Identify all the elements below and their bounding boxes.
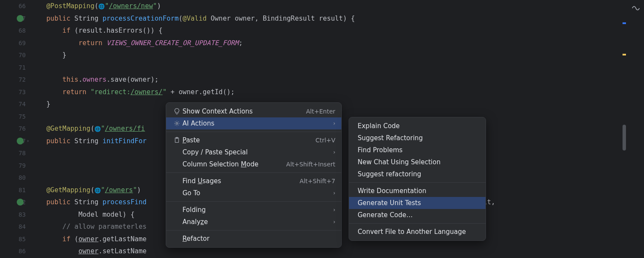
line-number: 83 (0, 209, 26, 221)
menu-item[interactable]: Show Context ActionsAlt+Enter (166, 105, 341, 117)
menu-item[interactable]: Suggest refactoring (349, 168, 486, 180)
bulb-icon (172, 108, 182, 115)
scroll-marker[interactable] (623, 54, 626, 55)
line-number: 79 (0, 160, 26, 172)
menu-item[interactable]: Folding› (166, 204, 341, 216)
line-number: 80 (0, 172, 26, 184)
line-number: 69 (0, 37, 26, 49)
menu-item[interactable]: Explain Code (349, 120, 486, 132)
menu-shortcut: Ctrl+V (316, 137, 335, 144)
ai-assist-icon[interactable] (631, 3, 641, 14)
menu-item-label: Find Problems (355, 146, 480, 154)
menu-item-label: Suggest Refactoring (355, 134, 480, 142)
line-gutter: 6667686970717273747576777879808182838485… (0, 0, 30, 258)
line-number: 73 (0, 86, 26, 98)
menu-item[interactable]: New Chat Using Selection (349, 156, 486, 168)
menu-separator (166, 201, 341, 202)
menu-item-label: Convert File to Another Language (355, 228, 480, 236)
scroll-marker[interactable] (623, 22, 626, 24)
chevron-right-icon: › (333, 149, 335, 155)
code-line[interactable]: @PostMapping(🌐"/owners/new") (34, 0, 644, 12)
code-line[interactable]: return "redirect:/owners/" + owner.getId… (34, 86, 644, 98)
line-number: 78 (0, 147, 26, 160)
menu-item-label: Paste (182, 136, 305, 144)
line-number: 84 (0, 221, 26, 233)
menu-separator (166, 230, 341, 230)
menu-item[interactable]: Refactor (166, 233, 341, 245)
line-number: 81 (0, 184, 26, 197)
menu-item-label: Folding (182, 206, 323, 214)
menu-shortcut: Alt+Shift+7 (300, 178, 335, 184)
scroll-thumb[interactable] (623, 125, 626, 150)
code-line[interactable]: this.owners.save(owner); (34, 74, 644, 86)
context-menu[interactable]: Show Context ActionsAlt+EnterAI Actions›… (166, 102, 342, 248)
ai-actions-submenu[interactable]: Explain CodeSuggest RefactoringFind Prob… (349, 117, 486, 241)
scrollbar-track[interactable] (621, 0, 626, 258)
line-number: 86 (0, 245, 26, 258)
menu-item-label: Write Documentation (355, 187, 480, 195)
line-number: 66 (0, 0, 26, 12)
chevron-right-icon: › (333, 219, 335, 225)
menu-separator (349, 223, 486, 224)
code-line[interactable]: return VIEWS_OWNER_CREATE_OR_UPDATE_FORM… (34, 37, 644, 49)
menu-shortcut: Alt+Enter (306, 108, 335, 115)
menu-shortcut: Alt+Shift+Insert (286, 161, 335, 168)
menu-item-label: Find Usages (182, 177, 289, 185)
line-number: 72 (0, 74, 26, 86)
menu-item-label: Generate Code… (355, 211, 480, 219)
menu-item-label: Show Context Actions (182, 108, 296, 115)
code-line[interactable]: public String processCreationForm(@Valid… (34, 12, 644, 25)
menu-item-label: Analyze (182, 218, 323, 226)
menu-separator (349, 182, 486, 183)
code-line[interactable]: if (result.hasErrors()) { (34, 25, 644, 37)
run-gutter-icon[interactable] (17, 199, 24, 206)
paste-icon (172, 137, 182, 144)
run-gutter-icon[interactable] (17, 15, 24, 22)
run-gutter-icon[interactable] (17, 138, 24, 144)
line-number: 75 (0, 111, 26, 123)
menu-item-label: Generate Unit Tests (355, 199, 480, 207)
menu-item[interactable]: Convert File to Another Language (349, 226, 486, 238)
menu-item-label: Go To (182, 189, 323, 197)
menu-separator (166, 172, 341, 173)
menu-item[interactable]: Find UsagesAlt+Shift+7 (166, 175, 341, 187)
menu-item[interactable]: PasteCtrl+V (166, 134, 341, 146)
code-line[interactable] (34, 61, 644, 74)
line-number: 85 (0, 233, 26, 246)
menu-item[interactable]: Generate Code… (349, 209, 486, 221)
menu-item[interactable]: Write Documentation (349, 185, 486, 197)
menu-separator (166, 132, 341, 132)
chevron-right-icon: › (333, 120, 335, 126)
line-number: 76 (0, 123, 26, 135)
chevron-right-icon[interactable]: › (27, 138, 29, 143)
menu-item[interactable]: Column Selection ModeAlt+Shift+Insert (166, 158, 341, 170)
chevron-right-icon: › (333, 190, 335, 196)
menu-item-label: Column Selection Mode (182, 160, 276, 168)
menu-item-label: AI Actions (182, 120, 323, 127)
line-number: 74 (0, 98, 26, 111)
ai-icon (172, 120, 182, 127)
menu-item-label: Refactor (182, 235, 335, 243)
menu-item[interactable]: AI Actions› (166, 117, 341, 129)
svg-point-0 (176, 123, 178, 124)
code-line[interactable]: } (34, 49, 644, 61)
menu-item-label: Suggest refactoring (355, 170, 480, 178)
menu-item[interactable]: Generate Unit Tests (349, 197, 486, 209)
menu-item[interactable]: Find Problems (349, 144, 486, 156)
menu-item[interactable]: Copy / Paste Special› (166, 146, 341, 158)
line-number: 70 (0, 49, 26, 61)
menu-item-label: Explain Code (355, 122, 480, 130)
menu-item[interactable]: Suggest Refactoring (349, 132, 486, 144)
menu-item-label: New Chat Using Selection (355, 158, 480, 166)
menu-item[interactable]: Go To› (166, 187, 341, 199)
menu-item[interactable]: Analyze› (166, 216, 341, 228)
line-number: 71 (0, 61, 26, 74)
chevron-right-icon: › (333, 207, 335, 213)
menu-item-label: Copy / Paste Special (182, 148, 323, 156)
line-number: 68 (0, 25, 26, 37)
